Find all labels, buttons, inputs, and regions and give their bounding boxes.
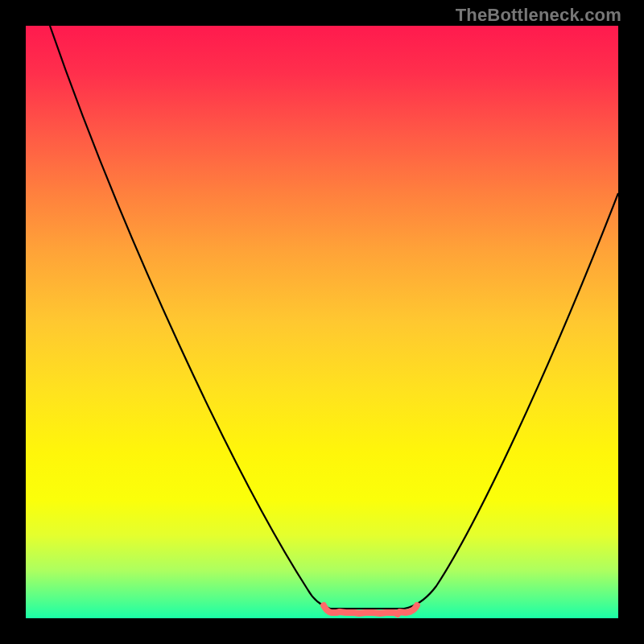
bottleneck-curve-svg bbox=[26, 26, 618, 618]
watermark-text: TheBottleneck.com bbox=[456, 5, 621, 26]
bottleneck-curve-path bbox=[50, 26, 618, 609]
chart-plot-area bbox=[26, 26, 618, 618]
curve-floor-segment bbox=[324, 605, 417, 614]
